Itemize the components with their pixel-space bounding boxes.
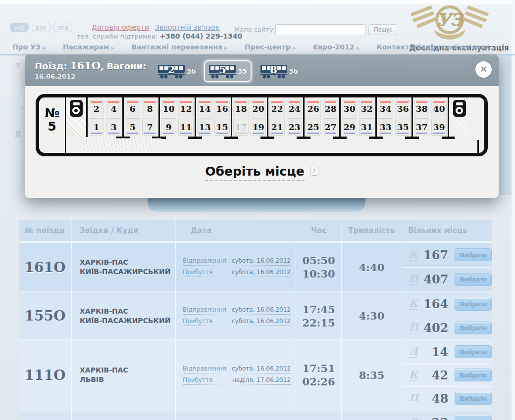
seat[interactable]: 33 [378,118,393,136]
seat[interactable]: 19 [251,118,266,136]
seat-class-letter[interactable]: П [409,322,418,333]
arrival-label[interactable]: Прибуття [183,318,212,325]
seat[interactable]: 8 [142,100,157,117]
nav-contacts[interactable]: Контакти/Зворотний зв'язок▶ [376,43,495,51]
seat[interactable]: 3 [106,118,121,136]
seat[interactable]: 6 [125,100,140,117]
wagon-button[interactable]: 5 55 [204,60,251,82]
seat-column: 12 11 [177,97,195,137]
select-button[interactable]: Вибрати [455,322,492,334]
seat[interactable]: 23 [287,118,302,136]
seat[interactable]: 11 [178,118,194,136]
dates-cell [176,411,296,420]
departure-date[interactable]: субота, 16.06.2012 [232,365,291,372]
select-button[interactable]: Вибрати [455,345,492,358]
seat[interactable]: 9 [161,118,176,136]
seat[interactable]: 20 [251,100,266,117]
seat[interactable]: 37 [414,118,429,136]
seat[interactable]: 18 [233,100,249,117]
lang-rus[interactable]: рус [32,23,51,32]
seat[interactable]: 25 [306,118,321,136]
wagon-free-seats: 56 [187,68,196,75]
seat[interactable]: 38 [414,100,429,117]
seat[interactable]: 16 [214,100,230,117]
seat[interactable]: 28 [323,100,338,117]
departure-label[interactable]: Відправлення [183,365,226,372]
col-from-to: Звідки / Куди [72,220,176,241]
seat[interactable]: 10 [161,100,176,117]
seat[interactable]: 2 [89,100,104,117]
seat-class-letter[interactable]: П [409,393,418,404]
seat[interactable]: 21 [269,118,285,136]
select-button[interactable]: Вибрати [455,416,492,420]
nav-euro-2012[interactable]: Євро-2012▶ [313,43,360,51]
select-button[interactable]: Вибрати [455,298,492,311]
wagon-button[interactable]: 2 56 [153,60,200,82]
seat[interactable]: 26 [306,100,321,117]
close-icon[interactable]: ✕ [475,61,492,78]
wagon-number: 2 [157,63,185,76]
search-input[interactable] [275,24,365,35]
seat[interactable]: 7 [142,118,157,136]
seat-count: 14 [418,345,448,359]
seat[interactable]: 1 [89,118,104,136]
seat[interactable]: 32 [359,100,374,117]
search-button[interactable]: Пошук [368,24,397,35]
seat[interactable]: 35 [395,118,411,136]
modal-title: Поїзд: 161О, Вагони: [35,59,146,72]
wagon-button[interactable]: 8 56 [256,60,303,82]
uz-logo[interactable]: УЗ [406,1,493,42]
choose-seat-line: Оберіть місце ? [36,164,488,179]
arrival-label[interactable]: Прибуття [183,269,212,276]
departure-label[interactable]: Відправлення [183,306,226,313]
seat[interactable]: 30 [342,100,357,117]
nav-press-center[interactable]: Прес-центр▶ [245,43,296,51]
arrival-date[interactable]: субота, 16.06.2012 [232,318,291,325]
nav-passengers[interactable]: Пасажирам▶ [63,43,115,51]
seat-class-row: Л 14 Вибрати [402,340,492,363]
departure-date[interactable]: субота, 16.06.2012 [232,306,291,313]
seat-class-letter[interactable]: К [409,249,418,261]
select-button[interactable]: Вибрати [455,248,492,261]
seat[interactable]: 4 [106,100,121,117]
nav-freight[interactable]: Вантажні перевезення▶ [131,43,228,51]
seat[interactable]: 5 [125,118,140,136]
wagon-end [469,97,484,153]
seat[interactable]: 24 [287,100,302,117]
select-button[interactable]: Вибрати [455,392,492,405]
seat[interactable]: 29 [342,118,357,136]
arrival-date[interactable]: субота, 16.06.2012 [232,269,291,276]
nav-about-uz[interactable]: Про УЗ▶ [12,43,46,51]
seat[interactable]: 34 [378,100,393,117]
seat-class-letter[interactable]: П [409,274,418,285]
seat[interactable]: 14 [197,100,212,117]
lang-ukr[interactable]: укр [10,23,29,32]
seat[interactable]: 12 [178,100,194,117]
seat[interactable]: 40 [431,100,447,117]
offer-agreement-link[interactable]: Договір оферти [92,23,149,31]
seat[interactable]: 17 [233,118,249,136]
departure-label[interactable]: Відправлення [183,257,226,264]
seat[interactable]: 13 [197,118,212,136]
seat[interactable]: 15 [214,118,230,136]
seat[interactable]: 27 [323,118,338,136]
sitemap-link[interactable]: Мапа сайту▶ [234,26,279,33]
lang-eng[interactable]: eng [53,23,72,32]
seat-class-letter[interactable]: Л [409,417,418,420]
seat[interactable]: 22 [269,100,285,117]
seat-column: 22 21 [267,97,286,137]
arrival-label[interactable]: Прибуття [183,376,212,383]
departure-date[interactable]: субота, 16.06.2012 [232,257,291,264]
help-icon[interactable]: ? [310,167,318,176]
feedback-link[interactable]: Зворотній зв'язок [155,23,219,31]
seat-class-letter[interactable]: Л [409,346,418,358]
duration-cell [342,411,402,420]
seat[interactable]: 39 [431,118,447,136]
select-button[interactable]: Вибрати [455,369,492,381]
seat-class-letter[interactable]: К [409,298,418,310]
seat[interactable]: 31 [359,118,374,136]
seat-class-letter[interactable]: К [409,370,418,381]
select-button[interactable]: Вибрати [455,273,492,286]
arrival-date[interactable]: неділя, 17.06.2012 [232,376,291,383]
seat[interactable]: 36 [395,100,411,117]
